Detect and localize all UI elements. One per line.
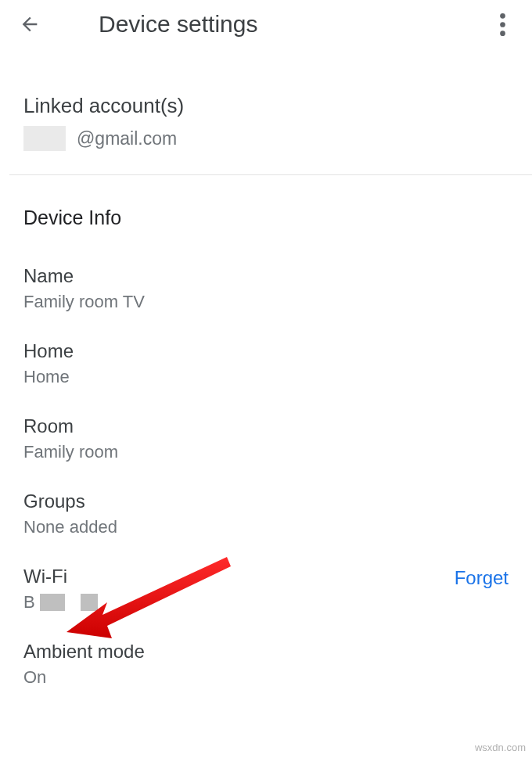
wifi-value: B xyxy=(23,592,455,613)
room-label: Room xyxy=(23,415,509,437)
groups-row[interactable]: Groups None added xyxy=(23,462,509,537)
back-button[interactable] xyxy=(8,2,52,46)
room-value: Family room xyxy=(23,442,509,462)
more-options-button[interactable] xyxy=(480,2,524,46)
name-row[interactable]: Name Family room TV xyxy=(23,237,509,312)
app-bar: Device settings xyxy=(0,0,532,48)
groups-value: None added xyxy=(23,517,509,537)
ambient-value: On xyxy=(23,667,509,688)
linked-account-email: @gmail.com xyxy=(23,126,509,151)
redacted-wifi-part2 xyxy=(81,594,98,611)
ambient-mode-row[interactable]: Ambient mode On xyxy=(23,613,509,688)
wifi-network-prefix: B xyxy=(23,592,35,613)
ambient-label: Ambient mode xyxy=(23,641,509,663)
content-area: Linked account(s) @gmail.com Device Info… xyxy=(0,48,532,688)
groups-label: Groups xyxy=(23,490,509,512)
name-label: Name xyxy=(23,265,509,287)
email-domain: @gmail.com xyxy=(66,128,177,149)
svg-point-0 xyxy=(500,13,505,19)
linked-accounts-heading: Linked account(s) xyxy=(23,94,509,118)
more-vert-icon xyxy=(500,13,505,36)
arrow-back-icon xyxy=(19,13,41,35)
wifi-forget-button[interactable]: Forget xyxy=(455,566,509,589)
wifi-label: Wi-Fi xyxy=(23,566,455,587)
page-title: Device settings xyxy=(52,11,480,38)
svg-point-2 xyxy=(500,31,505,36)
watermark: wsxdn.com xyxy=(475,742,526,753)
device-info-heading: Device Info xyxy=(23,175,509,237)
redacted-email-user xyxy=(23,126,66,151)
redacted-wifi-part1 xyxy=(40,594,65,611)
wifi-row[interactable]: Wi-Fi B Forget xyxy=(23,537,509,613)
name-value: Family room TV xyxy=(23,292,509,312)
linked-accounts-section[interactable]: Linked account(s) @gmail.com xyxy=(23,48,509,174)
home-label: Home xyxy=(23,340,509,362)
home-row[interactable]: Home Home xyxy=(23,312,509,387)
home-value: Home xyxy=(23,367,509,387)
svg-point-1 xyxy=(500,22,505,27)
room-row[interactable]: Room Family room xyxy=(23,387,509,462)
